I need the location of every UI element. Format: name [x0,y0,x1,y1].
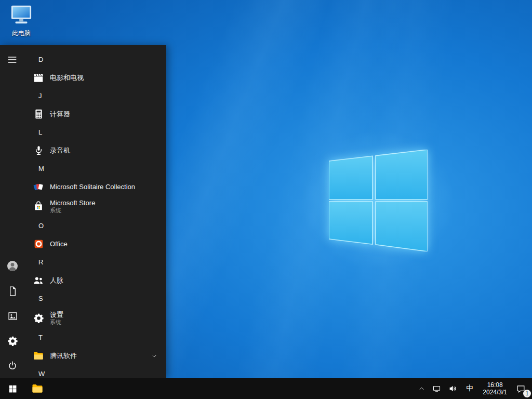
letter-header-t[interactable]: T [25,328,166,347]
this-pc-icon [9,4,33,28]
notification-badge: 1 [523,390,531,397]
app-people[interactable]: 人脉 [25,271,166,289]
file-explorer-button[interactable] [25,378,50,399]
app-movies-tv[interactable]: 电影和电视 [25,69,166,87]
speaker-icon [448,384,458,393]
gear-icon [7,336,18,347]
taskbar: 中 16:08 2024/3/1 1 [0,378,532,399]
taskbar-clock[interactable]: 16:08 2024/3/1 [478,378,512,399]
power-icon [7,361,18,371]
start-menu-rail [0,45,25,378]
windows-start-icon [8,384,17,393]
store-icon [32,200,45,212]
clock-time: 16:08 [487,381,503,389]
people-icon [32,274,45,287]
letter-header-l[interactable]: L [25,123,166,141]
ime-indicator[interactable]: 中 [461,378,478,399]
app-office[interactable]: Office [25,235,166,253]
letter-header-m[interactable]: M [25,159,166,178]
documents-icon [7,286,18,297]
office-icon [32,238,45,250]
letter-header-s[interactable]: S [25,289,166,308]
letter-header-w[interactable]: W [25,365,166,378]
app-calculator[interactable]: 计算器 [25,105,166,123]
settings-button[interactable] [0,328,25,353]
user-avatar-icon [6,260,19,272]
expand-menu-button[interactable] [0,47,25,72]
start-button[interactable] [0,378,25,399]
documents-button[interactable] [0,278,25,303]
app-voice-recorder[interactable]: 录音机 [25,141,166,159]
voice-recorder-icon [32,144,45,157]
system-tray: 中 16:08 2024/3/1 1 [415,378,532,399]
desktop-icon-this-pc[interactable]: 此电脑 [5,4,37,38]
app-folder-tencent[interactable]: 腾讯软件 [25,347,166,365]
desktop-icon-label: 此电脑 [12,29,31,38]
letter-header-d[interactable]: D [25,50,166,69]
calculator-icon [32,108,45,121]
windows-wallpaper-logo-icon [329,150,428,251]
movies-tv-icon [32,72,45,84]
power-button[interactable] [0,353,25,378]
network-icon [432,384,441,393]
chevron-up-icon [418,385,425,392]
letter-header-r[interactable]: R [25,253,166,271]
start-menu: D 电影和电视 J [0,45,166,378]
user-account-button[interactable] [0,254,25,278]
tray-overflow-button[interactable] [415,378,429,399]
clock-date: 2024/3/1 [483,389,507,396]
app-settings[interactable]: 设置 系统 [25,308,166,328]
settings-gear-icon [32,312,45,324]
letter-header-j[interactable]: J [25,87,166,105]
network-tray-button[interactable] [429,378,445,399]
hamburger-icon [7,54,18,65]
app-solitaire[interactable]: Microsoft Solitaire Collection [25,178,166,196]
chevron-down-icon [151,352,158,360]
start-menu-app-list: D 电影和电视 J [25,45,166,378]
folder-icon [32,350,45,362]
solitaire-icon [32,181,45,193]
volume-tray-button[interactable] [445,378,461,399]
app-microsoft-store[interactable]: Microsoft Store 系统 [25,196,166,217]
letter-header-o[interactable]: O [25,217,166,235]
pictures-icon [7,311,18,322]
desktop: 此电脑 [0,0,532,399]
pictures-button[interactable] [0,303,25,328]
action-center-button[interactable]: 1 [512,378,532,399]
file-explorer-icon [31,382,44,395]
